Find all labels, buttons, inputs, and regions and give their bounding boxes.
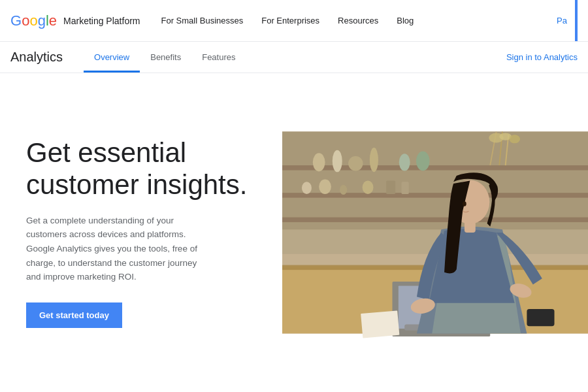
- svg-rect-4: [282, 193, 588, 197]
- nav-blog[interactable]: Blog: [397, 16, 414, 25]
- svg-point-10: [399, 154, 410, 171]
- hero-image-area: [282, 73, 588, 392]
- svg-point-8: [348, 156, 363, 171]
- svg-point-9: [370, 148, 378, 172]
- svg-rect-35: [361, 310, 399, 338]
- nav-enterprises[interactable]: For Enterprises: [261, 16, 319, 25]
- logo-g2: g: [38, 12, 46, 29]
- svg-point-33: [463, 201, 466, 206]
- tab-benefits[interactable]: Benefits: [140, 42, 191, 73]
- svg-point-20: [340, 185, 347, 195]
- svg-rect-23: [402, 182, 409, 194]
- logo-e: e: [49, 12, 57, 29]
- hero-image-container: [282, 73, 588, 392]
- logo-g: G: [10, 12, 22, 29]
- svg-rect-22: [386, 180, 395, 194]
- product-name: Analytics: [5, 50, 68, 65]
- nav-resources[interactable]: Resources: [338, 16, 378, 25]
- svg-point-17: [509, 135, 520, 143]
- logo-o1: o: [22, 12, 29, 29]
- cta-button[interactable]: Get started today: [26, 302, 122, 328]
- hero-content: Get essential customer insights. Get a c…: [0, 73, 282, 392]
- sub-nav: Analytics Overview Benefits Features Sig…: [0, 42, 588, 73]
- sub-nav-tabs: Overview Benefits Features: [84, 42, 246, 73]
- svg-point-21: [363, 180, 374, 194]
- top-nav-right-label[interactable]: Pa: [549, 0, 578, 41]
- top-nav: Google Marketing Platform For Small Busi…: [0, 0, 588, 42]
- hero-section: Get essential customer insights. Get a c…: [0, 73, 588, 392]
- hero-title: Get essential customer insights.: [26, 137, 256, 201]
- svg-rect-3: [282, 165, 588, 170]
- hero-description: Get a complete understanding of your cus…: [26, 214, 209, 284]
- hero-image-svg: [282, 73, 588, 392]
- logo-o2: o: [29, 12, 37, 29]
- tab-features[interactable]: Features: [191, 42, 246, 73]
- svg-point-19: [319, 180, 331, 194]
- nav-small-business[interactable]: For Small Businesses: [161, 16, 244, 25]
- sub-nav-right: Sign in to Analytics: [496, 52, 588, 62]
- svg-point-6: [313, 153, 325, 171]
- svg-rect-34: [527, 309, 554, 326]
- svg-point-7: [333, 150, 342, 172]
- svg-point-18: [302, 182, 312, 194]
- top-nav-links: For Small Businesses For Enterprises Res…: [161, 16, 549, 25]
- platform-label: Marketing Platform: [63, 16, 140, 26]
- google-logo: Google: [10, 12, 57, 29]
- tab-overview[interactable]: Overview: [84, 42, 140, 73]
- svg-rect-5: [282, 218, 588, 222]
- svg-point-11: [416, 152, 430, 171]
- logo-area[interactable]: Google Marketing Platform: [10, 12, 140, 29]
- sign-in-link[interactable]: Sign in to Analytics: [506, 52, 578, 62]
